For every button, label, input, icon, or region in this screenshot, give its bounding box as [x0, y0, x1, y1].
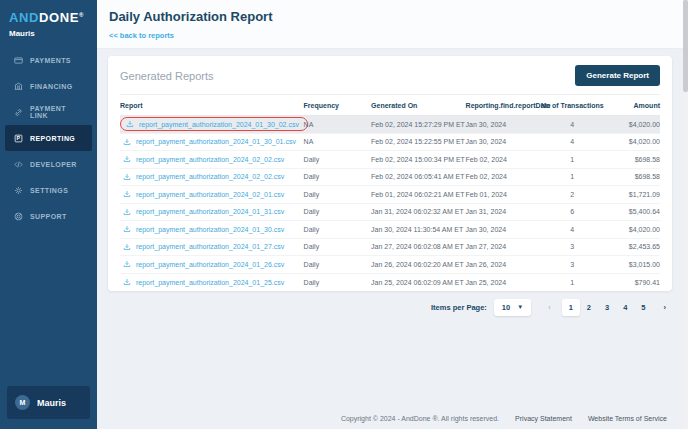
sidebar-item-developer[interactable]: DEVELOPER — [5, 151, 92, 177]
download-icon[interactable] — [123, 155, 131, 163]
download-icon[interactable] — [126, 120, 134, 128]
table-row: report_payment_authorization_2024_02_02.… — [120, 151, 660, 169]
chevron-down-icon: ▼ — [517, 304, 523, 310]
sidebar-item-label: PAYMENT LINK — [30, 105, 83, 119]
column-header: Frequency — [304, 95, 372, 116]
download-icon[interactable] — [123, 138, 131, 146]
page-number-list: 12345 — [562, 303, 653, 312]
report-date-cell: Feb 02, 2024 — [466, 151, 539, 169]
main-content: Daily Authorization Report << back to re… — [97, 0, 683, 429]
report-file-link[interactable]: report_payment_authorization_2024_01_26.… — [136, 261, 284, 268]
download-icon[interactable] — [123, 278, 131, 286]
card-title: Generated Reports — [120, 70, 214, 82]
prev-page-button[interactable]: ‹ — [544, 301, 555, 314]
table-row: report_payment_authorization_2024_01_30_… — [120, 116, 660, 134]
items-per-page-select[interactable]: 10 ▼ — [494, 299, 531, 316]
footer: Copyright © 2024 - AndDone ®. All rights… — [341, 415, 667, 422]
content-area: Generated Reports Generate Report Report… — [97, 49, 683, 316]
scrollbar-thumb[interactable] — [683, 0, 688, 92]
amount-cell: $5,400.64 — [606, 203, 660, 221]
generated-on-cell: Jan 27, 2024 06:02:08 AM ET — [371, 238, 466, 256]
org-name: Mauris — [0, 27, 97, 47]
sidebar-item-reporting[interactable]: PREPORTING — [5, 125, 92, 151]
generate-report-button[interactable]: Generate Report — [575, 65, 660, 86]
report-cell: report_payment_authorization_2024_02_02.… — [120, 168, 304, 186]
report-date-cell: Jan 31, 2024 — [466, 203, 539, 221]
report-file-link[interactable]: report_payment_authorization_2024_01_27.… — [136, 243, 284, 250]
terms-of-service-link[interactable]: Website Terms of Service — [588, 415, 667, 422]
generated-on-cell: Jan 31, 2024 06:02:32 AM ET — [371, 203, 466, 221]
table-row: report_payment_authorization_2024_01_26.… — [120, 256, 660, 274]
pagination: Items per Page: 10 ▼ ‹ 12345 › — [108, 299, 672, 316]
payment-link-icon — [14, 108, 23, 117]
table-row: report_payment_authorization_2024_01_30.… — [120, 221, 660, 239]
page-2-button[interactable]: 2 — [580, 299, 598, 316]
column-header: Generated On — [371, 95, 466, 116]
sidebar-item-support[interactable]: SUPPORT — [5, 203, 92, 229]
report-date-cell: Jan 30, 2024 — [466, 221, 539, 239]
report-file-link[interactable]: report_payment_authorization_2024_01_30.… — [136, 226, 284, 233]
table-row: report_payment_authorization_2024_01_30_… — [120, 133, 660, 151]
back-to-reports-link[interactable]: << back to reports — [109, 31, 174, 40]
support-ring-icon — [14, 212, 23, 221]
report-file-link[interactable]: report_payment_authorization_2024_01_30_… — [136, 138, 296, 145]
page-1-button[interactable]: 1 — [562, 299, 580, 316]
report-date-cell: Jan 25, 2024 — [466, 273, 539, 291]
sidebar-item-label: SETTINGS — [30, 187, 68, 194]
download-icon[interactable] — [123, 190, 131, 198]
report-cell: report_payment_authorization_2024_01_26.… — [120, 256, 304, 274]
download-icon[interactable] — [123, 173, 131, 181]
page-3-button[interactable]: 3 — [598, 299, 616, 316]
generated-reports-card: Generated Reports Generate Report Report… — [108, 56, 672, 291]
next-page-button[interactable]: › — [660, 301, 671, 314]
app-root: ANDDONE® Mauris PAYMENTSFINANCINGPAYMENT… — [0, 0, 688, 429]
frequency-cell: Daily — [304, 221, 372, 239]
transactions-cell: 1 — [538, 168, 606, 186]
frequency-cell: Daily — [304, 203, 372, 221]
transactions-cell: 1 — [538, 273, 606, 291]
transactions-cell: 4 — [538, 221, 606, 239]
sidebar-item-payments[interactable]: PAYMENTS — [5, 47, 92, 73]
annotation-ellipse: report_payment_authorization_2024_01_30_… — [120, 117, 308, 131]
user-box[interactable]: M Mauris — [7, 386, 90, 419]
logo-text-and: AND — [9, 10, 39, 25]
sidebar-menu: PAYMENTSFINANCINGPAYMENT LINKPREPORTINGD… — [0, 47, 97, 229]
report-date-cell: Jan 27, 2024 — [466, 238, 539, 256]
frequency-cell: NA — [304, 133, 372, 151]
download-icon[interactable] — [123, 208, 131, 216]
report-file-link[interactable]: report_payment_authorization_2024_01_25.… — [136, 279, 284, 286]
download-icon[interactable] — [123, 260, 131, 268]
report-file-link[interactable]: report_payment_authorization_2024_01_31.… — [136, 208, 284, 215]
sidebar-item-settings[interactable]: SETTINGS — [5, 177, 92, 203]
privacy-statement-link[interactable]: Privacy Statement — [515, 415, 572, 422]
report-cell: report_payment_authorization_2024_02_02.… — [120, 151, 304, 169]
frequency-cell: NA — [304, 116, 372, 134]
table-header-row: ReportFrequencyGenerated OnReporting.fin… — [120, 95, 660, 116]
report-cell: report_payment_authorization_2024_01_30.… — [120, 221, 304, 239]
report-file-link[interactable]: report_payment_authorization_2024_02_02.… — [136, 173, 284, 180]
developer-code-icon — [14, 160, 23, 169]
download-icon[interactable] — [123, 243, 131, 251]
report-file-link[interactable]: report_payment_authorization_2024_02_02.… — [136, 156, 284, 163]
scrollbar[interactable] — [683, 0, 688, 429]
page-5-button[interactable]: 5 — [634, 299, 652, 316]
report-file-link[interactable]: report_payment_authorization_2024_01_30_… — [139, 121, 299, 128]
report-cell: report_payment_authorization_2024_02_01.… — [120, 186, 304, 204]
frequency-cell: Daily — [304, 168, 372, 186]
frequency-cell: Daily — [304, 238, 372, 256]
registered-mark: ® — [79, 12, 84, 18]
frequency-cell: Daily — [304, 256, 372, 274]
amount-cell: $790.41 — [606, 273, 660, 291]
generated-on-cell: Feb 02, 2024 15:27:29 PM ET — [371, 116, 466, 134]
sidebar-item-financing[interactable]: FINANCING — [5, 73, 92, 99]
download-icon[interactable] — [123, 225, 131, 233]
transactions-cell: 3 — [538, 256, 606, 274]
transactions-cell: 6 — [538, 203, 606, 221]
sidebar-item-payment-link[interactable]: PAYMENT LINK — [5, 99, 92, 125]
report-file-link[interactable]: report_payment_authorization_2024_02_01.… — [136, 191, 284, 198]
page-4-button[interactable]: 4 — [616, 299, 634, 316]
transactions-cell: 4 — [538, 133, 606, 151]
items-per-page-value: 10 — [502, 303, 510, 312]
sidebar-item-label: FINANCING — [30, 83, 73, 90]
reporting-icon: P — [14, 134, 23, 143]
